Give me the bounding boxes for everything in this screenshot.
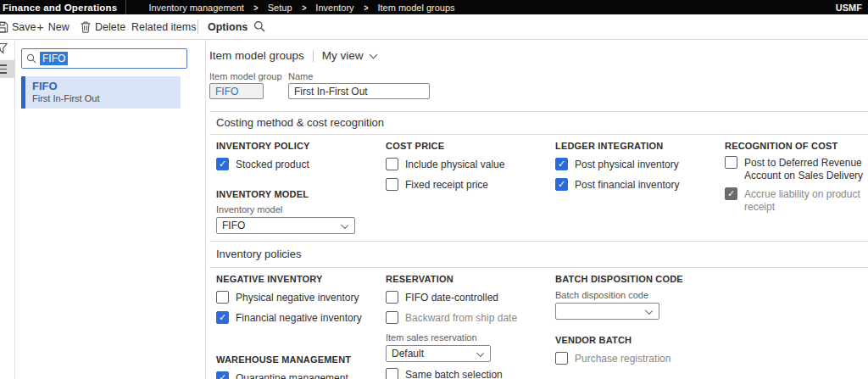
checkbox-row: ✓ Physical negative inventory — [216, 291, 382, 304]
breadcrumb: Inventory management > Setup > Inventory… — [148, 3, 454, 13]
top-navigation-bar: Finance and Operations Inventory managem… — [0, 0, 868, 14]
post-financial-inventory-checkbox[interactable]: ✓ — [555, 178, 568, 191]
quarantine-management-checkbox[interactable]: ✓ — [216, 371, 229, 379]
stocked-product-checkbox[interactable]: ✓ — [216, 158, 229, 170]
checkbox-row: ✓ Same batch selection — [386, 368, 552, 379]
plus-icon: + — [36, 20, 44, 33]
header-divider — [313, 50, 314, 62]
item-sales-reservation-select[interactable]: Default — [386, 345, 491, 362]
checkbox-row: ✓ Stocked product — [216, 158, 382, 171]
inventory-model-select[interactable]: FIFO — [216, 217, 355, 234]
fixed-receipt-price-checkbox[interactable]: ✓ — [386, 178, 398, 191]
column-negative-inventory: NEGATIVE INVENTORY ✓ Physical negative i… — [216, 274, 382, 379]
search-icon — [26, 53, 36, 64]
checkbox-row: ✓ Backward from ship date — [386, 311, 552, 325]
breadcrumb-inventory[interactable]: Inventory — [315, 3, 353, 13]
accrue-liability-checkbox: ✓ — [725, 187, 737, 200]
item-sales-reservation-label: Item sales reservation — [386, 332, 552, 343]
purchase-registration-checkbox: ✓ — [555, 352, 568, 365]
main-content: Item model groups My view Item model gro… — [207, 40, 868, 379]
section-divider — [209, 267, 868, 268]
physical-negative-inventory-checkbox[interactable]: ✓ — [216, 291, 229, 304]
filter-icon[interactable] — [0, 42, 8, 54]
post-physical-inventory-checkbox[interactable]: ✓ — [555, 158, 568, 170]
chevron-right-icon: > — [364, 2, 368, 13]
checkbox-row: ✓ Include physical value — [386, 158, 552, 171]
name-field[interactable]: First In-First Out — [288, 83, 430, 99]
checkbox-row: ✓ Purchase registration — [555, 352, 721, 365]
quick-filter-input[interactable]: FIFO — [21, 48, 187, 69]
chevron-down-icon — [476, 349, 484, 357]
section-divider — [209, 111, 868, 112]
group-header: INVENTORY MODEL — [216, 189, 382, 199]
chevron-right-icon: > — [253, 2, 258, 13]
checkbox-row: ✓ Post physical inventory — [555, 158, 721, 171]
view-selector[interactable]: My view — [322, 49, 364, 62]
app-title: Finance and Operations — [0, 3, 125, 13]
name-label: Name — [288, 71, 313, 81]
checkbox-row: ✓ Post financial inventory — [555, 178, 721, 192]
financial-negative-inventory-checkbox[interactable]: ✓ — [216, 311, 229, 324]
action-bar: Save + New Delete Related items Options — [0, 14, 868, 40]
group-header: LEDGER INTEGRATION — [555, 141, 721, 151]
checkbox-row: ✓ FIFO date-controlled — [386, 291, 552, 304]
list-panel-toolbar — [0, 40, 15, 379]
new-button[interactable]: + New — [36, 14, 70, 39]
include-physical-value-checkbox[interactable]: ✓ — [386, 158, 398, 170]
batch-disposition-code-label: Batch disposition code — [555, 290, 721, 300]
page-header: Item model groups My view — [209, 49, 376, 62]
topbar-divider — [125, 0, 126, 14]
group-header: VENDOR BATCH — [555, 335, 721, 345]
section-title-inventory-policies[interactable]: Inventory policies — [216, 248, 301, 260]
column-ledger-integration: LEDGER INTEGRATION ✓ Post physical inven… — [555, 141, 721, 192]
chevron-right-icon: > — [302, 2, 306, 13]
group-header: BATCH DISPOSITION CODE — [555, 274, 721, 284]
column-batch-disposition: BATCH DISPOSITION CODE Batch disposition… — [555, 274, 721, 365]
related-items-button[interactable]: Related items — [131, 14, 196, 39]
column-recognition-of-cost: RECOGNITION OF COST ✓ Post to Deferred R… — [725, 141, 865, 214]
record-list-panel: FIFO FIFO First In-First Out — [16, 40, 206, 379]
inventory-model-label: Inventory model — [216, 204, 382, 215]
item-model-group-label: Item model group — [209, 71, 282, 81]
chevron-down-icon — [645, 307, 653, 315]
fifo-date-controlled-checkbox[interactable]: ✓ — [386, 291, 398, 304]
group-header: NEGATIVE INVENTORY — [216, 274, 382, 284]
company-badge[interactable]: USMF — [836, 3, 868, 13]
filter-text-selected: FIFO — [40, 52, 68, 65]
breadcrumb-inventory-management[interactable]: Inventory management — [148, 3, 244, 13]
column-reservation: RESERVATION ✓ FIFO date-controlled ✓ Bac… — [386, 274, 552, 379]
breadcrumb-setup[interactable]: Setup — [268, 3, 292, 13]
section-divider — [209, 241, 868, 242]
save-icon — [0, 21, 8, 33]
list-item-title: FIFO — [32, 80, 181, 92]
options-button[interactable]: Options — [208, 14, 248, 39]
section-divider — [209, 134, 868, 135]
chevron-down-icon — [341, 221, 348, 229]
page-title: Item model groups — [209, 49, 304, 62]
search-button[interactable] — [253, 20, 265, 32]
group-header: RESERVATION — [386, 274, 552, 284]
item-model-group-field[interactable]: FIFO — [209, 83, 264, 99]
same-batch-selection-checkbox[interactable]: ✓ — [386, 368, 398, 379]
show-list-button[interactable] — [0, 60, 15, 78]
item-model-groups-page: Finance and Operations Inventory managem… — [0, 0, 868, 379]
column-inventory-policy: INVENTORY POLICY ✓ Stocked product INVEN… — [216, 141, 382, 234]
post-to-deferred-revenue-checkbox[interactable]: ✓ — [725, 156, 737, 169]
check-icon: ✓ — [219, 159, 226, 169]
breadcrumb-item-model-groups[interactable]: Item model groups — [377, 3, 454, 13]
checkbox-row: ✓ Financial negative inventory — [216, 311, 382, 325]
actionbar-divider — [198, 20, 198, 34]
group-header: INVENTORY POLICY — [216, 141, 382, 151]
save-button[interactable]: Save — [0, 14, 36, 39]
delete-button[interactable]: Delete — [81, 14, 125, 39]
checkbox-row: ✓ Accrue liability on product receipt — [725, 187, 865, 214]
batch-disposition-code-select[interactable] — [555, 303, 659, 320]
section-title-costing[interactable]: Costing method & cost recognition — [216, 116, 384, 129]
backward-from-ship-date-checkbox: ✓ — [386, 311, 398, 324]
list-item-subtitle: First In-First Out — [32, 92, 181, 104]
chevron-down-icon[interactable] — [369, 50, 377, 59]
checkbox-row: ✓ Fixed receipt price — [386, 178, 552, 192]
group-header: COST PRICE — [386, 141, 552, 151]
list-item-fifo[interactable]: FIFO First In-First Out — [21, 76, 181, 109]
checkbox-row: ✓ Post to Deferred Revenue Account on Sa… — [725, 156, 865, 182]
